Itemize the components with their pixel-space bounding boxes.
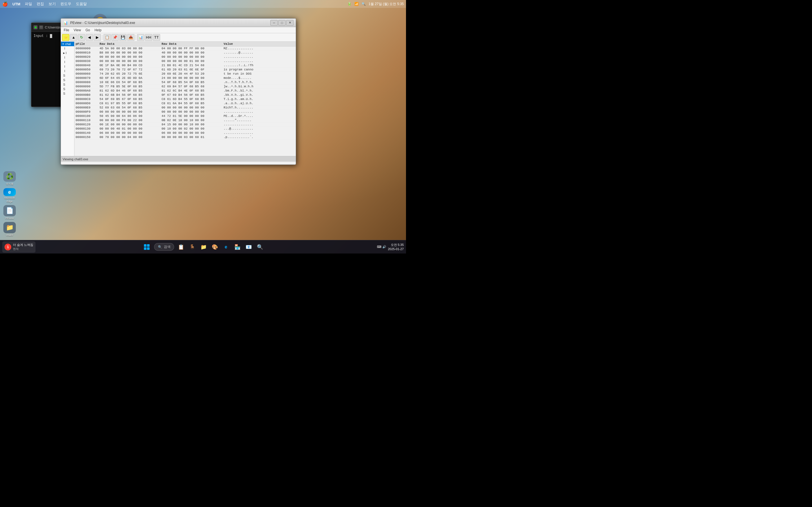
menubar: 🍎 UTM 파일 편집 보기 윈도우 도움말 🔋 📶 🔍 1월 27일 (월) … <box>0 0 406 8</box>
windows-logo <box>144 244 150 250</box>
hex-addr: 00000100 <box>75 114 100 118</box>
toolbar-back-btn[interactable]: ⭐ <box>62 34 69 41</box>
hex-raw2: 61 6D 20 63 61 6E 6E 6F <box>161 68 223 71</box>
apple-menu[interactable]: 🍎 <box>2 1 8 7</box>
hex-raw1: B8 00 00 00 00 00 00 00 <box>100 51 161 54</box>
toolbar-export-btn[interactable]: 📤 <box>127 34 135 41</box>
tree-item-1[interactable]: I <box>61 46 74 51</box>
hex-value: ................ <box>223 110 295 114</box>
peview-menu-file[interactable]: File <box>62 28 71 33</box>
tree-item-5[interactable]: I <box>61 64 74 69</box>
peview-status-text: Viewing chall3.exe <box>63 158 88 161</box>
toolbar-right-btn[interactable]: ▶ <box>94 34 101 41</box>
tree-item-s5[interactable]: S <box>61 91 74 96</box>
menu-edit[interactable]: 편집 <box>37 1 44 6</box>
dock-item-chall3[interactable]: 📁 chall3 <box>2 222 17 237</box>
peview-menu-go[interactable]: Go <box>84 28 92 33</box>
hex-raw2: 21 B8 01 4C CD 21 54 68 <box>161 64 223 67</box>
toolbar-save-btn[interactable]: 💾 <box>119 34 126 41</box>
taskbar-icon-files[interactable]: 📁 <box>199 242 208 251</box>
menubar-left: 🍎 UTM 파일 편집 보기 윈도우 도움말 <box>2 1 87 7</box>
app-name[interactable]: UTM <box>12 2 20 6</box>
hex-raw1: 4D 5A 90 00 03 00 00 00 <box>100 47 161 50</box>
toolbar-copy-btn[interactable]: 📋 <box>103 34 111 41</box>
taskbar-search[interactable]: 🔍 검색 <box>154 243 174 251</box>
taskbar-icon-search2[interactable]: 🔍 <box>255 242 264 251</box>
tree-item-s1[interactable]: S <box>61 73 74 78</box>
toolbar-sep2 <box>136 35 136 40</box>
hex-row: 000000C0 54 0F 69 B5 67 0F 68 B5 C8 61 6… <box>74 97 296 101</box>
toolbar-hex-btn[interactable]: HH <box>145 34 152 41</box>
hex-value: mode....$...... <box>223 76 295 80</box>
toolbar-left-btn[interactable]: ◀ <box>86 34 93 41</box>
peview-window-controls: ─ □ ✕ <box>270 20 294 25</box>
toolbar-text-btn[interactable]: TT <box>153 34 160 41</box>
tree-item-s2[interactable]: S <box>61 78 74 82</box>
hex-row: 00000150 00 70 00 00 00 04 00 00 00 00 0… <box>74 135 296 139</box>
hex-raw2: C8 61 6A B4 55 0F 68 B5 <box>161 102 223 105</box>
hex-raw1: C8 61 97 B5 55 0F 68 B5 <box>100 102 161 105</box>
cmd-shield-icon: 🛡 <box>39 25 43 29</box>
search-icon[interactable]: 🔍 <box>361 2 366 6</box>
hex-addr: 000000C0 <box>75 98 100 101</box>
menu-help[interactable]: 도움말 <box>76 1 87 6</box>
hex-value: .a..U.h..aj.U.h. <box>223 102 295 105</box>
desktop: 🍎 UTM 파일 편집 보기 윈도우 도움말 🔋 📶 🔍 1월 27일 (월) … <box>0 0 406 253</box>
toolbar-paste-btn[interactable]: 📌 <box>111 34 119 41</box>
hex-addr: 00000050 <box>75 68 100 71</box>
taskbar-icon-store[interactable]: 🏪 <box>233 242 242 251</box>
windows-start-button[interactable] <box>142 242 152 252</box>
tree-item-s4[interactable]: S <box>61 87 74 91</box>
taskbar-icon-widget[interactable]: 📋 <box>176 242 186 251</box>
toolbar-up-btn[interactable]: ▲ <box>70 34 77 41</box>
taskbar-icon-edge[interactable]: e <box>221 242 231 251</box>
tree-item-s3[interactable]: S <box>61 82 74 87</box>
dock-item-peview[interactable]: 📄 PEview <box>2 205 17 220</box>
hex-row: 000000D0 C8 61 97 B5 55 0F 68 B5 C8 61 6… <box>74 101 296 106</box>
peview-hex-viewer[interactable]: pFile Raw Data Raw Data Value 00000000 4… <box>74 42 296 156</box>
hex-value: is program canno <box>223 68 295 71</box>
tree-item-chal[interactable]: ▼chal <box>61 42 74 46</box>
hex-raw1: 74 20 62 65 20 72 75 6E <box>100 72 161 75</box>
win-grid-4 <box>147 247 150 250</box>
hex-raw2: 0F 67 69 B4 56 0F 68 B5 <box>161 93 223 97</box>
hex-row: 00000070 6D 6F 64 65 2E 0D 0D 0A 24 00 0… <box>74 76 296 80</box>
tree-item-4[interactable]: I <box>61 60 74 64</box>
toolbar-refresh-btn[interactable]: ↻ <box>78 34 85 41</box>
hex-row: 00000080 10 6E 06 E6 54 0F 68 B5 54 0F 6… <box>74 80 296 84</box>
cmd-cursor <box>50 34 52 38</box>
hex-raw1: 00 00 00 00 00 00 00 00 <box>100 59 161 63</box>
peview-close-btn[interactable]: ✕ <box>286 20 294 25</box>
peview-tree[interactable]: ▼chal I ▶I I I I I S S S S S <box>61 42 74 156</box>
recycle-label: 유지통 <box>6 182 13 186</box>
menu-file[interactable]: 파일 <box>25 1 32 6</box>
hex-value: MZ.............. <box>223 47 295 50</box>
notification-badge: 1 <box>4 244 11 250</box>
taskbar-icon-app1[interactable]: 🪑 <box>188 242 197 251</box>
peview-minimize-btn[interactable]: ─ <box>270 20 278 25</box>
dock-item-edge[interactable]: e Microsoft Edge <box>2 188 17 203</box>
hex-raw1: 06 00 00 00 00 00 00 00 <box>100 131 161 135</box>
hex-value: RichT.h......... <box>223 106 295 109</box>
menu-window[interactable]: 윈도우 <box>60 1 71 6</box>
notification-area[interactable]: 1 더 숨게 느껴짐 현재 <box>2 241 36 252</box>
menu-view[interactable]: 보기 <box>49 1 56 6</box>
hex-row: 00000040 0E 1F BA 0E 00 B4 09 CD 21 B8 0… <box>74 63 296 68</box>
peview-window[interactable]: 📊 PEview - C:\Users\jisun\Desktop\chall3… <box>61 18 296 165</box>
peview-titlebar: 📊 PEview - C:\Users\jisun\Desktop\chall3… <box>61 18 296 27</box>
toolbar-view-btn[interactable]: 📊 <box>137 34 144 41</box>
hex-addr: 00000110 <box>75 119 100 122</box>
peview-menu-help[interactable]: Help <box>93 28 103 33</box>
taskbar-icon-mail[interactable]: 📧 <box>244 242 253 251</box>
hex-raw1: 5D 77 FB B5 5E 0F 68 B5 <box>100 85 161 88</box>
dock-item-recycle[interactable]: ♻️ 유지통 <box>2 171 17 186</box>
peview-menu-view[interactable]: View <box>72 28 83 33</box>
tree-item-2[interactable]: ▶I <box>61 51 74 55</box>
peview-maximize-btn[interactable]: □ <box>278 20 286 25</box>
hex-value: ]w..^.h.bi.W.h.h <box>223 85 295 88</box>
taskbar-icon-palette[interactable]: 🎨 <box>210 242 219 251</box>
tree-item-3[interactable]: I <box>61 55 74 60</box>
tree-item-6[interactable]: I <box>61 69 74 73</box>
hex-row: 00000120 00 1E 00 00 00 00 00 00 84 15 0… <box>74 122 296 127</box>
hex-raw2: 40 00 00 00 00 00 00 00 <box>161 51 223 54</box>
